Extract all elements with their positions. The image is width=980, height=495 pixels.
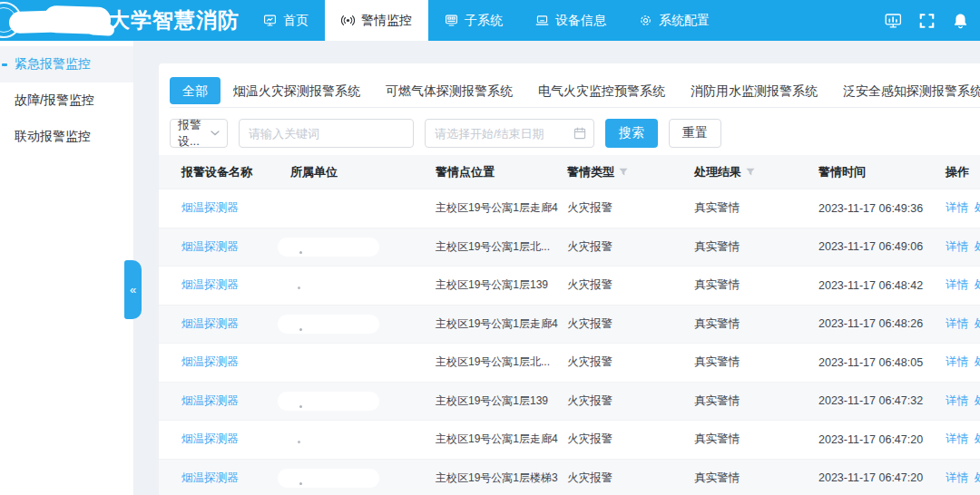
location-cell: 主校区19号公寓1层走廊4	[424, 200, 555, 216]
select-value: 报警设...	[178, 117, 211, 150]
device-link[interactable]: 烟温探测器	[181, 240, 239, 253]
keyword-input[interactable]	[239, 119, 414, 148]
alarm-type-cell: 火灾报警	[555, 354, 682, 370]
result-cell: 真实警情	[682, 277, 807, 293]
time-cell: 2023-11-17 06:49:36	[807, 202, 934, 215]
detail-link[interactable]: 详情	[946, 239, 968, 255]
filter-icon[interactable]	[746, 168, 755, 177]
unit-cell	[279, 238, 424, 257]
alarm-type-cell: 火灾报警	[555, 200, 682, 216]
column-header: 警情时间	[807, 164, 934, 180]
tab-all[interactable]: 全部	[170, 77, 220, 104]
handle-link[interactable]: 处理	[975, 200, 980, 216]
nav-item-system-config[interactable]: 系统配置	[622, 0, 726, 41]
sidebar-item-linkage-alarm-monitor[interactable]: 联动报警监控	[0, 119, 133, 155]
notifications-button[interactable]	[952, 13, 969, 29]
detail-link[interactable]: 详情	[946, 432, 968, 447]
operations-cell: 详情 处理	[934, 277, 980, 293]
app-title: 大学智慧消防	[109, 0, 240, 41]
device-link[interactable]: 烟温探测器	[181, 355, 239, 368]
subsystem-icon	[445, 14, 458, 27]
alarm-type-cell: 火灾报警	[555, 471, 682, 486]
settings-gear-icon	[639, 14, 652, 27]
time-cell: 2023-11-17 06:48:05	[807, 356, 934, 369]
detail-link[interactable]: 详情	[946, 471, 968, 486]
device-link[interactable]: 烟温探测器	[181, 394, 239, 407]
redaction-blob	[278, 392, 379, 411]
handle-link[interactable]: 处理	[975, 354, 980, 370]
nav-item-device-info[interactable]: 设备信息	[519, 0, 622, 41]
search-button[interactable]: 搜索	[605, 119, 658, 148]
alarm-type-cell: 火灾报警	[555, 316, 682, 332]
sidebar-item-fault-alarm-monitor[interactable]: 故障/报警监控	[0, 82, 133, 119]
device-link[interactable]: 烟温探测器	[181, 317, 239, 330]
column-header: 警情点位置	[424, 164, 555, 180]
device-link[interactable]: 烟温探测器	[181, 432, 239, 445]
operations-cell: 详情 处理	[934, 471, 980, 486]
sidebar-item-emergency-alarm-monitor[interactable]: 紧急报警监控	[0, 46, 133, 82]
redaction-dot	[298, 286, 300, 289]
column-header: 操作	[934, 164, 980, 180]
detail-link[interactable]: 详情	[946, 316, 968, 332]
date-range-input[interactable]	[425, 119, 594, 148]
handle-link[interactable]: 处理	[975, 316, 980, 332]
nav-item-subsystem[interactable]: 子系统	[428, 0, 519, 41]
detail-link[interactable]: 详情	[946, 277, 968, 293]
handle-link[interactable]: 处理	[975, 277, 980, 293]
content-card: 全部烟温火灾探测报警系统可燃气体探测报警系统电气火灾监控预警系统消防用水监测报警…	[159, 63, 980, 495]
handle-link[interactable]: 处理	[975, 471, 980, 486]
location-cell: 主校区19号公寓1层139	[424, 393, 555, 409]
handle-link[interactable]: 处理	[975, 432, 980, 447]
detail-link[interactable]: 详情	[946, 354, 968, 370]
tab-combustible-gas[interactable]: 可燃气体探测报警系统	[373, 77, 525, 104]
alarm-type-cell: 火灾报警	[555, 277, 682, 293]
calendar-icon[interactable]	[573, 127, 586, 140]
device-cell: 烟温探测器	[170, 393, 279, 409]
handle-link[interactable]: 处理	[975, 239, 980, 255]
tab-electrical-fire[interactable]: 电气火灾监控预警系统	[525, 77, 678, 104]
redaction-dot	[298, 441, 300, 443]
table-row: 烟温探测器 主校区19号公寓1层北... 火灾报警 真实警情 2023-11-1…	[159, 228, 980, 267]
time-cell: 2023-11-17 06:49:06	[807, 240, 934, 253]
nav-item-alarm-monitor[interactable]: 警情监控	[325, 0, 428, 41]
unit-cell	[279, 279, 424, 292]
unit-cell	[279, 392, 424, 411]
detail-link[interactable]: 详情	[946, 200, 968, 216]
result-cell: 真实警情	[682, 239, 807, 255]
app-header: 大学智慧消防 首页 警情监控 子系统 设备信息 系统配置	[0, 0, 980, 41]
device-cell: 烟温探测器	[170, 277, 279, 293]
column-header: 警情类型	[555, 164, 682, 180]
tab-pan-security[interactable]: 泛安全感知探测报警系统	[830, 77, 980, 104]
unit-cell	[279, 315, 424, 334]
system-tabbar: 全部烟温火灾探测报警系统可燃气体探测报警系统电气火灾监控预警系统消防用水监测报警…	[170, 77, 980, 108]
table-row: 烟温探测器 主校区19号公寓1层走廊4 火灾报警 真实警情 2023-11-17…	[159, 305, 980, 344]
table-row: 烟温探测器 主校区19号公寓1层139 火灾报警 真实警情 2023-11-17…	[159, 382, 980, 421]
alarm-type-cell: 火灾报警	[555, 393, 682, 409]
result-cell: 真实警情	[682, 432, 807, 447]
chevron-down-icon	[211, 131, 220, 136]
handle-link[interactable]: 处理	[975, 393, 980, 409]
device-type-select[interactable]: 报警设...	[170, 119, 228, 148]
device-link[interactable]: 烟温探测器	[181, 471, 239, 484]
table-row: 烟温探测器 主校区19号公寓1层走廊4 火灾报警 真实警情 2023-11-17…	[159, 420, 980, 459]
tab-fire-water[interactable]: 消防用水监测报警系统	[678, 77, 830, 104]
detail-link[interactable]: 详情	[946, 393, 968, 409]
reset-button[interactable]: 重置	[669, 119, 721, 148]
filter-bar: 报警设... 搜索 重置	[170, 119, 980, 148]
device-link[interactable]: 烟温探测器	[181, 201, 239, 214]
device-link[interactable]: 烟温探测器	[181, 278, 239, 291]
time-cell: 2023-11-17 06:48:26	[807, 317, 934, 330]
device-cell: 烟温探测器	[170, 354, 279, 370]
header-actions	[885, 0, 969, 41]
tab-smoke-temp[interactable]: 烟温火灾探测报警系统	[220, 77, 373, 104]
fullscreen-button[interactable]	[918, 13, 936, 29]
table-row: 烟温探测器 主校区19号公寓1层北... 火灾报警 真实警情 2023-11-1…	[159, 343, 980, 382]
operations-cell: 详情 处理	[934, 200, 980, 216]
sidebar-collapse-handle[interactable]: «	[124, 260, 142, 319]
device-cell: 烟温探测器	[170, 239, 279, 255]
dashboard-chart-button[interactable]	[885, 13, 902, 29]
result-cell: 真实警情	[682, 316, 807, 332]
location-cell: 主校区19号公寓1层139	[424, 277, 555, 293]
filter-icon[interactable]	[619, 168, 628, 177]
nav-item-home[interactable]: 首页	[247, 0, 325, 41]
